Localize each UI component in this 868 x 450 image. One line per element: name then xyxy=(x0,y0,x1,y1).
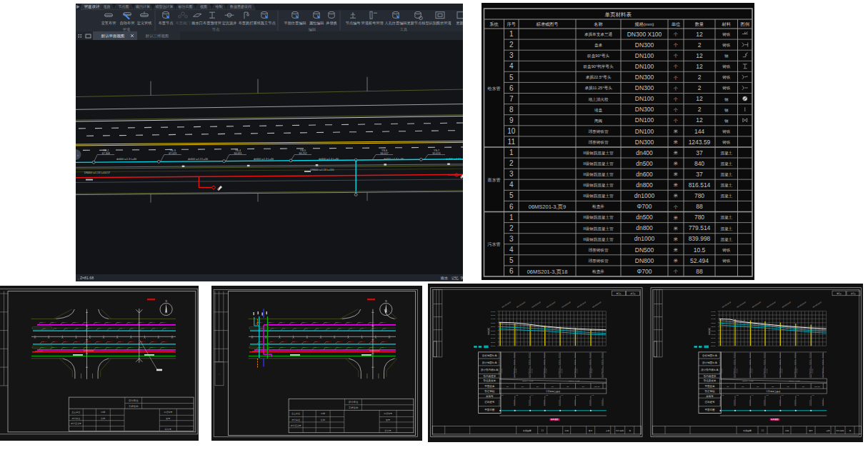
svg-text:K0+120: K0+120 xyxy=(763,399,764,406)
svg-text:64.372: 64.372 xyxy=(499,372,500,378)
svg-text:DN800: DN800 xyxy=(635,257,654,264)
svg-text:混凝土: 混凝土 xyxy=(720,226,732,231)
svg-text:自然地面标高: 自然地面标高 xyxy=(702,354,718,357)
svg-text:设计单位: 设计单位 xyxy=(291,419,300,421)
svg-text:64.372: 64.372 xyxy=(809,352,811,358)
svg-text:3: 3 xyxy=(509,51,514,59)
svg-text:个: 个 xyxy=(673,54,678,58)
svg-text:738.216: 738.216 xyxy=(40,346,46,349)
svg-text:K0+120: K0+120 xyxy=(513,399,514,406)
svg-text:K0+120: K0+120 xyxy=(601,399,602,406)
svg-text:5: 5 xyxy=(509,191,514,199)
svg-text:米: 米 xyxy=(673,161,678,166)
svg-text:比例: 比例 xyxy=(101,417,105,420)
svg-text:100.15: 100.15 xyxy=(814,386,820,388)
svg-text:Y-8: Y-8 xyxy=(592,394,594,396)
svg-text:dn800 i=0.002: dn800 i=0.002 xyxy=(789,380,800,382)
svg-text:50: 50 xyxy=(567,386,569,388)
svg-text:图号: 图号 xyxy=(589,430,593,432)
svg-text:62.881: 62.881 xyxy=(721,368,722,374)
svg-text:米: 米 xyxy=(673,140,678,144)
svg-text:记忆: 记忆 xyxy=(452,276,459,280)
svg-text:日期: 日期 xyxy=(321,412,325,415)
svg-text:业主单位: 业主单位 xyxy=(291,412,300,415)
svg-text:铸铁: 铸铁 xyxy=(722,129,731,134)
svg-text:642.153: 642.153 xyxy=(289,349,296,351)
svg-text:个: 个 xyxy=(673,205,678,209)
svg-text:6: 6 xyxy=(509,84,514,92)
svg-text:66.252: 66.252 xyxy=(299,151,307,154)
svg-text:738.216: 738.216 xyxy=(116,321,122,324)
svg-text:93.00: 93.00 xyxy=(491,322,496,324)
svg-text:铸铁: 铸铁 xyxy=(722,248,731,252)
svg-text:管道设计: 管道设计 xyxy=(84,4,100,9)
svg-text:dn1000: dn1000 xyxy=(634,235,655,242)
svg-text:单页材料表: 单页材料表 xyxy=(604,11,632,18)
svg-text:64.372: 64.372 xyxy=(794,359,795,365)
svg-text:738.216: 738.216 xyxy=(382,327,389,329)
svg-text:93.00: 93.00 xyxy=(711,322,716,324)
svg-text:62.881: 62.881 xyxy=(592,368,593,374)
svg-text:dn500: dn500 xyxy=(636,214,653,221)
svg-text:642.153: 642.153 xyxy=(71,349,78,351)
svg-text:12: 12 xyxy=(696,116,703,124)
svg-text:64.372: 64.372 xyxy=(822,352,823,358)
svg-text:共5页: 共5页 xyxy=(630,292,636,295)
svg-text:642.153: 642.153 xyxy=(118,349,124,351)
svg-text:5: 5 xyxy=(509,74,514,81)
svg-text:日期: 日期 xyxy=(565,429,569,432)
svg-text:K0+220 64.37: K0+220 64.37 xyxy=(752,301,762,308)
svg-text:738.216: 738.216 xyxy=(281,327,288,329)
svg-text:91.00: 91.00 xyxy=(491,330,496,332)
svg-text:检查井: 检查井 xyxy=(592,204,604,209)
svg-text:738.216: 738.216 xyxy=(127,321,134,324)
svg-text:铸铁: 铸铁 xyxy=(722,75,731,79)
svg-text:平面距离: 平面距离 xyxy=(705,384,716,388)
svg-text:N: N xyxy=(165,300,167,303)
svg-text:Y-7: Y-7 xyxy=(576,394,579,396)
svg-text:布置阀门: 布置阀门 xyxy=(176,21,191,26)
svg-text:95.00: 95.00 xyxy=(711,314,716,316)
svg-text:定义管线: 定义管线 xyxy=(137,21,152,26)
svg-text:混凝土: 混凝土 xyxy=(720,215,732,220)
svg-text:738.216: 738.216 xyxy=(326,327,333,329)
svg-text:比例: 比例 xyxy=(321,419,325,421)
svg-text:闸阀: 闸阀 xyxy=(594,119,602,124)
svg-text:50: 50 xyxy=(582,386,584,388)
svg-text:738.216: 738.216 xyxy=(97,327,104,329)
svg-text:738.216: 738.216 xyxy=(94,321,101,324)
svg-text:738.216: 738.216 xyxy=(119,327,125,329)
svg-text:50: 50 xyxy=(552,386,554,388)
svg-text:5: 5 xyxy=(509,256,514,264)
svg-text:钢: 钢 xyxy=(724,119,729,123)
svg-text:64.372: 64.372 xyxy=(601,372,602,378)
svg-text:738.216: 738.216 xyxy=(75,327,81,329)
svg-text:738.216: 738.216 xyxy=(161,341,168,343)
svg-text:50: 50 xyxy=(787,386,789,388)
svg-text:DN300: DN300 xyxy=(635,84,654,91)
svg-text:K0+370 64.37: K0+370 64.37 xyxy=(577,301,587,308)
svg-text:米: 米 xyxy=(673,248,678,252)
svg-text:11: 11 xyxy=(508,138,516,146)
svg-text:64.372: 64.372 xyxy=(749,359,750,365)
svg-text:K0+120: K0+120 xyxy=(589,399,590,406)
svg-text:738.216: 738.216 xyxy=(64,327,71,329)
svg-text:属性编辑: 属性编辑 xyxy=(309,21,325,25)
svg-text:个: 个 xyxy=(673,43,678,47)
svg-text:738.216: 738.216 xyxy=(149,321,155,324)
svg-text:平面简图: 平面简图 xyxy=(705,408,716,411)
svg-text:Y-5: Y-5 xyxy=(766,394,769,396)
svg-text:铸铁: 铸铁 xyxy=(722,32,731,36)
svg-text:图号: 图号 xyxy=(166,417,170,420)
svg-text:视图: 视图 xyxy=(200,4,207,9)
svg-text:738.216: 738.216 xyxy=(106,341,113,343)
svg-text:66.691: 66.691 xyxy=(234,151,241,154)
svg-text:738.216: 738.216 xyxy=(108,327,114,329)
svg-text:65.674: 65.674 xyxy=(433,151,441,154)
svg-text:检查井: 检查井 xyxy=(592,269,604,274)
svg-text:K0+420 64.37: K0+420 64.37 xyxy=(592,301,602,308)
svg-text:第1页: 第1页 xyxy=(617,292,622,295)
svg-text:承插单支承三通: 承插单支承三通 xyxy=(584,31,613,37)
svg-text:dn1000: dn1000 xyxy=(634,192,655,199)
svg-text:Φ700: Φ700 xyxy=(637,268,652,275)
